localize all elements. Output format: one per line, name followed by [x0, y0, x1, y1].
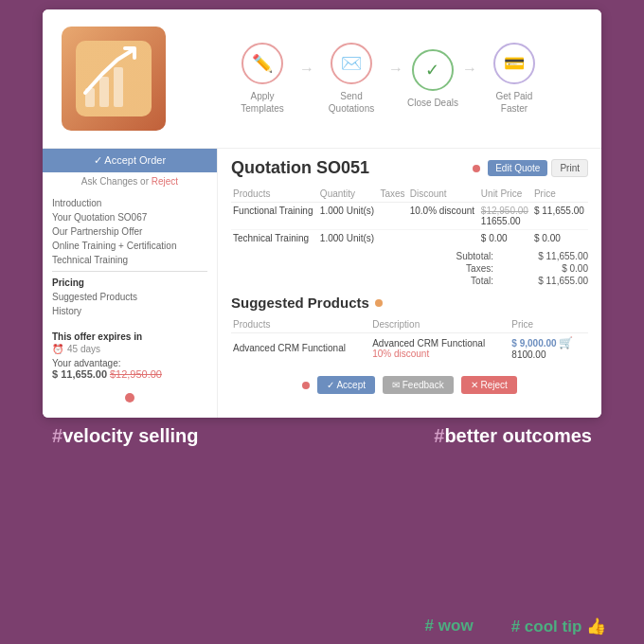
cell-tax-1: [378, 203, 407, 230]
price-new: $ 11,655.00: [52, 368, 107, 380]
cart-icon[interactable]: 🛒: [559, 336, 573, 349]
table-row: Functional Training 1.000 Unit(s) 10.0% …: [231, 203, 588, 230]
sidebar-changes: Ask Changes or Reject: [43, 172, 217, 190]
cell-discount-1: 10.0% discount: [408, 203, 479, 230]
edit-quote-button[interactable]: Edit Quote: [488, 160, 547, 176]
arrow-2: →: [388, 61, 403, 78]
step-3-label: Close Deals: [407, 97, 458, 109]
cell-qty-1: 1.000 Unit(s): [318, 203, 379, 230]
footer-cooltip-text: cool tip 👍: [525, 617, 606, 635]
col-quantity: Quantity: [318, 186, 379, 203]
sidebar-item-pricing[interactable]: Pricing: [52, 276, 207, 290]
sugg-desc: Advanced CRM Functional 10% discount: [370, 333, 510, 364]
col-taxes: Taxes: [378, 186, 407, 203]
step-close-deals: ✓ Close Deals: [407, 49, 458, 109]
col-unit-price: Unit Price: [479, 186, 532, 203]
old-price-1: $12,950.00: [481, 206, 530, 216]
accept-button[interactable]: ✓ Accept: [317, 376, 375, 394]
card-top: ✏️ Apply Templates → ✉️ Send Quotations …: [43, 9, 601, 148]
sugg-col-price: Price: [510, 316, 588, 333]
steps-flow: ✏️ Apply Templates → ✉️ Send Quotations …: [194, 43, 582, 115]
cell-unitprice-2: $ 0.00: [479, 230, 532, 247]
accept-order-button[interactable]: ✓ Accept Order: [43, 149, 217, 172]
total-label: Total:: [446, 276, 493, 286]
step-1-circle: ✏️: [242, 43, 283, 84]
feedback-button[interactable]: ✉ Feedback: [383, 376, 454, 394]
offer-title: This offer expires in: [52, 331, 207, 342]
card-body: ✓ Accept Order Ask Changes or Reject Int…: [43, 148, 601, 418]
cell-product-2: Technical Training: [231, 230, 318, 247]
suggested-dot: [375, 299, 383, 307]
step-2-circle: ✉️: [331, 43, 372, 84]
app-logo: [62, 27, 166, 131]
suggested-row: Advanced CRM Functional Advanced CRM Fun…: [231, 333, 588, 364]
suggested-normal: Suggested: [231, 295, 304, 311]
step-2-label: Send Quotations: [318, 90, 385, 115]
step-get-paid: 💳 Get Paid Faster: [481, 43, 547, 115]
hashtag-1-text: velocity selling: [63, 425, 198, 446]
col-discount: Discount: [408, 186, 479, 203]
action-buttons: ✓ Accept ✉ Feedback ✕ Reject: [231, 370, 588, 400]
cell-discount-2: [408, 230, 479, 247]
sidebar-status-dot: [125, 393, 134, 402]
suggested-table: Products Description Price Advanced CRM …: [231, 316, 588, 363]
sidebar: ✓ Accept Order Ask Changes or Reject Int…: [43, 149, 218, 418]
status-dot: [473, 165, 480, 172]
table-row: Technical Training 1.000 Unit(s) $ 0.00 …: [231, 230, 588, 247]
hashtag-velocity: #velocity selling: [52, 425, 199, 447]
subtotal-label: Subtotal:: [446, 251, 493, 261]
sidebar-item-training[interactable]: Online Training + Certification: [52, 239, 207, 253]
sugg-price-value: $ 9,000.00: [511, 338, 556, 349]
reject-link[interactable]: Reject: [152, 176, 178, 187]
taxes-row: Taxes: $ 0.00: [231, 262, 588, 275]
cell-price-1: $ 11,655.00: [532, 203, 588, 230]
action-dot: [302, 382, 310, 389]
cell-price-2: $ 0.00: [532, 230, 588, 247]
sugg-col-product: Products: [231, 316, 370, 333]
offer-days-value: 45 days: [67, 344, 100, 354]
hashtag-outcomes: #better outcomes: [434, 425, 592, 447]
subtotal-row: Subtotal: $ 11,655.00: [231, 250, 588, 262]
sidebar-item-suggested[interactable]: Suggested Products: [52, 290, 207, 304]
new-price-1: 11655.00: [481, 216, 530, 226]
taxes-label: Taxes:: [446, 263, 493, 274]
offer-days: ⏰ 45 days: [52, 344, 207, 354]
sidebar-item-introduction[interactable]: Introduction: [52, 196, 207, 210]
sugg-col-desc: Description: [370, 316, 510, 333]
quotation-header: Quotation SO051 Edit Quote Print: [231, 158, 588, 178]
cell-unitprice-1: $12,950.00 11655.00: [479, 203, 532, 230]
sidebar-item-partnership[interactable]: Our Partnership Offer: [52, 224, 207, 239]
quotation-actions: Edit Quote Print: [473, 159, 588, 177]
advantage-label: Your advantage:: [52, 358, 207, 368]
hash-2: #: [434, 425, 444, 446]
step-4-label: Get Paid Faster: [481, 90, 547, 115]
sidebar-item-quotation[interactable]: Your Quotation SO067: [52, 210, 207, 224]
arrow-1: →: [299, 61, 314, 78]
sidebar-item-technical[interactable]: Technical Training: [52, 253, 207, 267]
sugg-discount: 10% discount: [372, 349, 429, 359]
suggested-bold: Products: [308, 295, 369, 311]
cell-product-1: Functional Training: [231, 203, 318, 230]
svg-rect-2: [99, 77, 109, 107]
reject-button[interactable]: ✕ Reject: [461, 376, 517, 394]
sidebar-divider: [52, 271, 207, 272]
step-3-circle: ✓: [412, 49, 454, 91]
suggested-header: Suggested Products: [231, 295, 588, 311]
step-send-quotations: ✉️ Send Quotations: [318, 43, 385, 115]
sidebar-offer: This offer expires in ⏰ 45 days Your adv…: [43, 324, 217, 387]
svg-rect-3: [114, 67, 123, 107]
cell-qty-2: 1.000 Unit(s): [318, 230, 379, 247]
subtotal-value: $ 11,655.00: [531, 251, 588, 261]
sidebar-item-history[interactable]: History: [52, 304, 207, 318]
totals-section: Subtotal: $ 11,655.00 Taxes: $ 0.00 Tota…: [231, 250, 588, 287]
footer-wow: # wow: [425, 617, 474, 636]
sidebar-prices: $ 11,655.00 $12,950.00: [52, 368, 207, 380]
step-4-circle: 💳: [493, 43, 535, 84]
price-old: $12,950.00: [110, 368, 162, 380]
print-button[interactable]: Print: [551, 159, 588, 177]
hash-1: #: [52, 425, 63, 446]
taxes-value: $ 0.00: [531, 263, 588, 274]
col-price: Price: [532, 186, 588, 203]
sugg-price: $ 9,000.00 🛒 8100.00: [510, 333, 588, 364]
sidebar-nav: Introduction Your Quotation SO067 Our Pa…: [43, 190, 217, 324]
